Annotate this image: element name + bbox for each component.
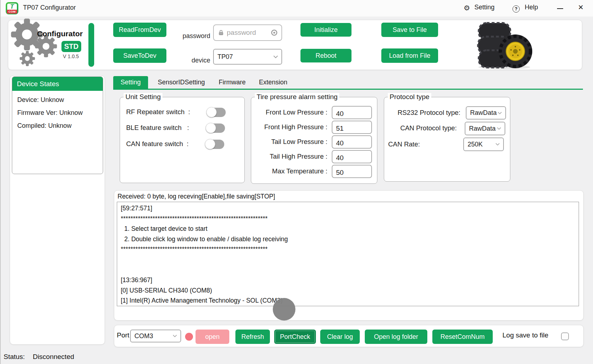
device-select-value: TP07 [214, 53, 273, 61]
log-line [121, 265, 579, 275]
divider-pill [88, 23, 94, 67]
can-rate-label: CAN Rate: [388, 140, 420, 148]
chevron-down-icon [273, 55, 278, 59]
port-label: Port [117, 331, 129, 339]
close-button[interactable]: ✕ [578, 3, 584, 11]
reset-com-num-button[interactable]: ResetComNum [432, 330, 493, 344]
tires-image [474, 21, 533, 70]
clear-log-button[interactable]: Clear log [320, 330, 360, 344]
log-line: ****************************************… [121, 214, 579, 224]
tab-setting[interactable]: Setting [113, 76, 148, 89]
chevron-down-icon [173, 335, 177, 337]
initialize-button[interactable]: Initialize [300, 23, 351, 37]
titlebar-setting-button[interactable]: Setting [474, 4, 495, 11]
device-states-box: Device States Device: Unknow Firmware Ve… [12, 76, 103, 174]
protocol-type-group: Protocol type RS232 Protocol type: RawDa… [384, 97, 510, 182]
status-label: Status: [4, 353, 25, 360]
can-rate-select[interactable]: 250K [463, 137, 504, 151]
device-label: device [174, 57, 210, 64]
open-port-button[interactable]: open [196, 330, 229, 344]
log-save-checkbox[interactable] [561, 332, 569, 340]
port-bar: Port COM3 open Refresh PortCheck Clear l… [114, 325, 584, 347]
log-line: ****************************************… [121, 244, 579, 255]
load-from-file-button[interactable]: Load from File [381, 48, 438, 63]
rs232-protocol-value: RawData [466, 109, 497, 117]
header-panel: Configurator STD V 1.0.5 ReadFromDev Sav… [8, 20, 582, 70]
std-badge: STD [61, 41, 81, 52]
front-low-pressure-label: Front Low Pressure : [251, 108, 327, 116]
tab-sensoridsetting[interactable]: SensorIDSetting [153, 76, 209, 89]
toggle-knob [205, 139, 215, 149]
device-states-panel: Device States Device: Unknow Firmware Ve… [10, 75, 105, 345]
app-icon-com-badge: COM [7, 10, 17, 14]
tab-underline [113, 89, 583, 90]
front-high-pressure-input[interactable] [332, 121, 372, 134]
tab-firmware[interactable]: Firmware [214, 76, 250, 89]
tail-low-pressure-input[interactable] [332, 135, 372, 149]
version-label: V 1.0.5 [63, 53, 79, 59]
can-protocol-select[interactable]: RawData [465, 122, 505, 135]
can-rate-value: 250K [464, 141, 495, 148]
tail-high-pressure-input[interactable] [332, 150, 372, 163]
can-protocol-value: RawData [465, 125, 497, 132]
toggle-knob [206, 107, 217, 117]
eye-reveal-icon[interactable] [271, 29, 278, 36]
click-indicator-overlay [273, 298, 295, 321]
read-from-dev-button[interactable]: ReadFromDev [113, 23, 166, 37]
save-to-dev-button[interactable]: SaveToDev [113, 48, 166, 63]
port-select-value: COM3 [131, 332, 173, 340]
password-input[interactable] [227, 29, 271, 37]
reboot-button[interactable]: Reboot [300, 49, 351, 62]
log-save-to-file-label: Log save to file [502, 331, 548, 339]
log-line [121, 255, 579, 265]
minimize-button[interactable] [557, 8, 563, 9]
log-line: [13:36:967] [121, 275, 579, 285]
save-to-file-button[interactable]: Save to File [381, 23, 438, 37]
protocol-type-title: Protocol type [388, 93, 431, 101]
log-window[interactable]: [59:27:571] ****************************… [117, 202, 579, 306]
window-title: TP07 Configurator [23, 4, 76, 11]
chevron-down-icon [495, 143, 500, 146]
device-state-item: Firmware Ver: Unknow [12, 109, 103, 117]
can-protocol-label: CAN Protocol type: [384, 124, 457, 132]
can-feature-label: CAN feature switch : [126, 140, 189, 148]
device-select[interactable]: TP07 [213, 49, 282, 65]
lock-icon [218, 29, 224, 36]
password-inputbox[interactable] [213, 24, 282, 41]
logo-title: Configurator [37, 29, 83, 38]
titlebar-help-button[interactable]: Help [525, 4, 538, 11]
max-temperature-input[interactable] [332, 165, 372, 178]
port-status-dot [185, 333, 193, 341]
gear-logo-small-icon [19, 50, 36, 67]
front-low-pressure-input[interactable] [332, 106, 372, 119]
rf-repeater-label: RF Repeater switch : [126, 108, 190, 116]
can-feature-toggle[interactable] [206, 140, 224, 149]
ble-feature-toggle[interactable] [206, 123, 225, 133]
max-temperature-label: Max Temperature : [251, 167, 327, 175]
portcheck-button[interactable]: PortCheck [274, 330, 316, 344]
chevron-down-icon [497, 112, 502, 115]
unit-setting-title: Unit Setting [124, 93, 162, 101]
tail-low-pressure-label: Tail Low Pressure : [251, 138, 327, 146]
alarm-setting-group: Tire pressure alarm setting Front Low Pr… [251, 97, 377, 184]
toggle-knob [206, 123, 216, 133]
log-line: [59:27:571] [121, 203, 579, 214]
tab-extension[interactable]: Extension [255, 76, 291, 89]
rs232-protocol-select[interactable]: RawData [466, 106, 506, 120]
chevron-down-icon [497, 127, 501, 130]
log-line: [1] Intel(R) Active Management Technolog… [121, 295, 579, 306]
unit-setting-group: Unit Setting RF Repeater switch : BLE fe… [120, 97, 245, 183]
rf-repeater-toggle[interactable] [207, 108, 226, 117]
alarm-setting-title: Tire pressure alarm setting [255, 93, 339, 101]
help-icon[interactable]: ? [512, 4, 520, 13]
title-bar: T COM TP07 Configurator ⚙ Setting ? Help… [1, 0, 593, 17]
port-select[interactable]: COM3 [130, 330, 181, 342]
open-log-folder-button[interactable]: Open log folder [365, 330, 427, 344]
log-line: [0] USB-SERIAL CH340 (COM8) [121, 285, 579, 296]
device-states-title: Device States [12, 77, 103, 91]
device-state-item: Compiled: Unknow [12, 122, 103, 130]
status-bar: Status:Disconnected [4, 353, 74, 361]
password-label: password [174, 32, 210, 40]
refresh-button[interactable]: Refresh [235, 330, 270, 344]
gear-icon[interactable]: ⚙ [464, 4, 470, 12]
